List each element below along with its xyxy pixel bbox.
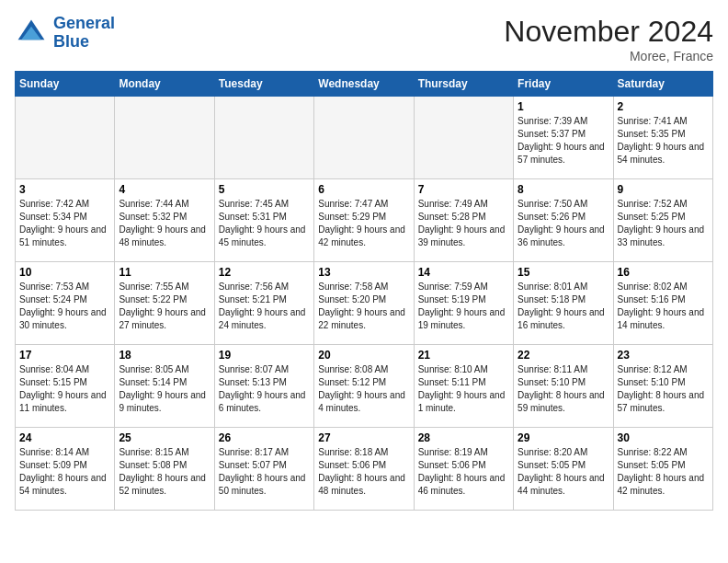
day-number: 16 [618, 266, 709, 279]
calendar-cell: 17Sunrise: 8:04 AM Sunset: 5:15 PM Dayli… [16, 345, 115, 428]
day-info: Sunrise: 8:12 AM Sunset: 5:10 PM Dayligh… [618, 363, 709, 415]
day-info: Sunrise: 8:10 AM Sunset: 5:11 PM Dayligh… [418, 363, 509, 415]
day-number: 22 [518, 349, 609, 362]
day-info: Sunrise: 7:45 AM Sunset: 5:31 PM Dayligh… [219, 198, 310, 249]
day-info: Sunrise: 8:01 AM Sunset: 5:18 PM Dayligh… [518, 281, 609, 332]
calendar-cell: 16Sunrise: 8:02 AM Sunset: 5:16 PM Dayli… [613, 262, 712, 345]
calendar-cell: 28Sunrise: 8:19 AM Sunset: 5:06 PM Dayli… [414, 428, 513, 511]
calendar-cell: 27Sunrise: 8:18 AM Sunset: 5:06 PM Dayli… [314, 428, 414, 511]
day-number: 28 [418, 431, 509, 444]
day-info: Sunrise: 7:52 AM Sunset: 5:25 PM Dayligh… [618, 198, 709, 249]
calendar: SundayMondayTuesdayWednesdayThursdayFrid… [15, 71, 713, 511]
day-number: 1 [518, 100, 609, 113]
weekday-header-row: SundayMondayTuesdayWednesdayThursdayFrid… [16, 72, 713, 97]
calendar-cell: 30Sunrise: 8:22 AM Sunset: 5:05 PM Dayli… [613, 428, 712, 511]
day-number: 11 [119, 266, 210, 279]
day-number: 17 [19, 349, 110, 362]
calendar-cell [214, 97, 313, 179]
calendar-cell: 15Sunrise: 8:01 AM Sunset: 5:18 PM Dayli… [514, 262, 613, 345]
calendar-cell: 4Sunrise: 7:44 AM Sunset: 5:32 PM Daylig… [115, 179, 214, 262]
logo-text: General Blue [53, 15, 115, 52]
day-info: Sunrise: 7:42 AM Sunset: 5:34 PM Dayligh… [19, 198, 110, 249]
day-info: Sunrise: 8:07 AM Sunset: 5:13 PM Dayligh… [219, 363, 310, 415]
day-info: Sunrise: 8:11 AM Sunset: 5:10 PM Dayligh… [518, 363, 609, 415]
day-info: Sunrise: 8:20 AM Sunset: 5:05 PM Dayligh… [518, 446, 609, 498]
logo-icon [15, 17, 48, 50]
day-number: 20 [318, 349, 409, 362]
calendar-cell: 11Sunrise: 7:55 AM Sunset: 5:22 PM Dayli… [115, 262, 214, 345]
calendar-cell: 2Sunrise: 7:41 AM Sunset: 5:35 PM Daylig… [613, 97, 712, 179]
day-number: 2 [618, 100, 709, 113]
day-number: 27 [318, 431, 409, 444]
day-info: Sunrise: 7:49 AM Sunset: 5:28 PM Dayligh… [418, 198, 509, 249]
month-year: November 2024 [504, 15, 713, 49]
calendar-cell: 22Sunrise: 8:11 AM Sunset: 5:10 PM Dayli… [514, 345, 613, 428]
week-row-3: 10Sunrise: 7:53 AM Sunset: 5:24 PM Dayli… [16, 262, 713, 345]
day-info: Sunrise: 7:55 AM Sunset: 5:22 PM Dayligh… [119, 281, 210, 332]
day-number: 21 [418, 349, 509, 362]
calendar-cell: 14Sunrise: 7:59 AM Sunset: 5:19 PM Dayli… [414, 262, 513, 345]
calendar-cell: 3Sunrise: 7:42 AM Sunset: 5:34 PM Daylig… [16, 179, 115, 262]
weekday-header-wednesday: Wednesday [314, 72, 414, 97]
day-info: Sunrise: 8:04 AM Sunset: 5:15 PM Dayligh… [19, 363, 110, 415]
calendar-cell: 20Sunrise: 8:08 AM Sunset: 5:12 PM Dayli… [314, 345, 414, 428]
calendar-cell: 12Sunrise: 7:56 AM Sunset: 5:21 PM Dayli… [214, 262, 313, 345]
day-number: 24 [19, 431, 110, 444]
logo: General Blue [15, 15, 115, 52]
location: Moree, France [504, 49, 713, 63]
day-number: 19 [219, 349, 310, 362]
day-number: 6 [318, 183, 409, 196]
week-row-1: 1Sunrise: 7:39 AM Sunset: 5:37 PM Daylig… [16, 97, 713, 179]
day-number: 15 [518, 266, 609, 279]
calendar-cell: 13Sunrise: 7:58 AM Sunset: 5:20 PM Dayli… [314, 262, 414, 345]
day-info: Sunrise: 7:50 AM Sunset: 5:26 PM Dayligh… [518, 198, 609, 249]
calendar-cell [16, 97, 115, 179]
day-info: Sunrise: 7:47 AM Sunset: 5:29 PM Dayligh… [318, 198, 409, 249]
week-row-5: 24Sunrise: 8:14 AM Sunset: 5:09 PM Dayli… [16, 428, 713, 511]
day-number: 23 [618, 349, 709, 362]
day-info: Sunrise: 7:41 AM Sunset: 5:35 PM Dayligh… [618, 115, 709, 167]
day-info: Sunrise: 8:14 AM Sunset: 5:09 PM Dayligh… [19, 446, 110, 498]
day-number: 18 [119, 349, 210, 362]
day-number: 30 [618, 431, 709, 444]
weekday-header-saturday: Saturday [613, 72, 712, 97]
weekday-header-tuesday: Tuesday [214, 72, 313, 97]
calendar-cell: 7Sunrise: 7:49 AM Sunset: 5:28 PM Daylig… [414, 179, 513, 262]
day-number: 3 [19, 183, 110, 196]
day-info: Sunrise: 8:08 AM Sunset: 5:12 PM Dayligh… [318, 363, 409, 415]
day-info: Sunrise: 7:44 AM Sunset: 5:32 PM Dayligh… [119, 198, 210, 249]
calendar-cell: 26Sunrise: 8:17 AM Sunset: 5:07 PM Dayli… [214, 428, 313, 511]
day-number: 26 [219, 431, 310, 444]
day-number: 29 [518, 431, 609, 444]
title-block: November 2024 Moree, France [504, 15, 713, 63]
calendar-cell: 18Sunrise: 8:05 AM Sunset: 5:14 PM Dayli… [115, 345, 214, 428]
day-info: Sunrise: 7:53 AM Sunset: 5:24 PM Dayligh… [19, 281, 110, 332]
day-info: Sunrise: 7:58 AM Sunset: 5:20 PM Dayligh… [318, 281, 409, 332]
calendar-cell: 23Sunrise: 8:12 AM Sunset: 5:10 PM Dayli… [613, 345, 712, 428]
day-info: Sunrise: 7:56 AM Sunset: 5:21 PM Dayligh… [219, 281, 310, 332]
day-info: Sunrise: 8:17 AM Sunset: 5:07 PM Dayligh… [219, 446, 310, 498]
calendar-cell: 1Sunrise: 7:39 AM Sunset: 5:37 PM Daylig… [514, 97, 613, 179]
calendar-cell: 29Sunrise: 8:20 AM Sunset: 5:05 PM Dayli… [514, 428, 613, 511]
day-info: Sunrise: 8:22 AM Sunset: 5:05 PM Dayligh… [618, 446, 709, 498]
weekday-header-thursday: Thursday [414, 72, 513, 97]
day-info: Sunrise: 7:59 AM Sunset: 5:19 PM Dayligh… [418, 281, 509, 332]
calendar-cell: 6Sunrise: 7:47 AM Sunset: 5:29 PM Daylig… [314, 179, 414, 262]
day-number: 14 [418, 266, 509, 279]
day-number: 7 [418, 183, 509, 196]
logo-line2: Blue [53, 32, 89, 51]
day-number: 4 [119, 183, 210, 196]
calendar-cell [115, 97, 214, 179]
calendar-cell [314, 97, 414, 179]
calendar-cell: 21Sunrise: 8:10 AM Sunset: 5:11 PM Dayli… [414, 345, 513, 428]
day-info: Sunrise: 7:39 AM Sunset: 5:37 PM Dayligh… [518, 115, 609, 167]
calendar-cell: 9Sunrise: 7:52 AM Sunset: 5:25 PM Daylig… [613, 179, 712, 262]
day-info: Sunrise: 8:15 AM Sunset: 5:08 PM Dayligh… [119, 446, 210, 498]
week-row-2: 3Sunrise: 7:42 AM Sunset: 5:34 PM Daylig… [16, 179, 713, 262]
day-info: Sunrise: 8:19 AM Sunset: 5:06 PM Dayligh… [418, 446, 509, 498]
calendar-cell: 8Sunrise: 7:50 AM Sunset: 5:26 PM Daylig… [514, 179, 613, 262]
page-header: General Blue November 2024 Moree, France [15, 15, 713, 63]
calendar-cell [414, 97, 513, 179]
day-number: 13 [318, 266, 409, 279]
calendar-cell: 24Sunrise: 8:14 AM Sunset: 5:09 PM Dayli… [16, 428, 115, 511]
